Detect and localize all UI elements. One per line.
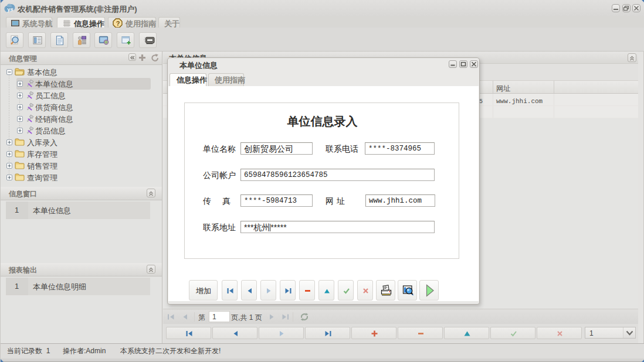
svg-text:?: ?	[116, 20, 120, 27]
svg-text:ys: ys	[7, 6, 13, 12]
